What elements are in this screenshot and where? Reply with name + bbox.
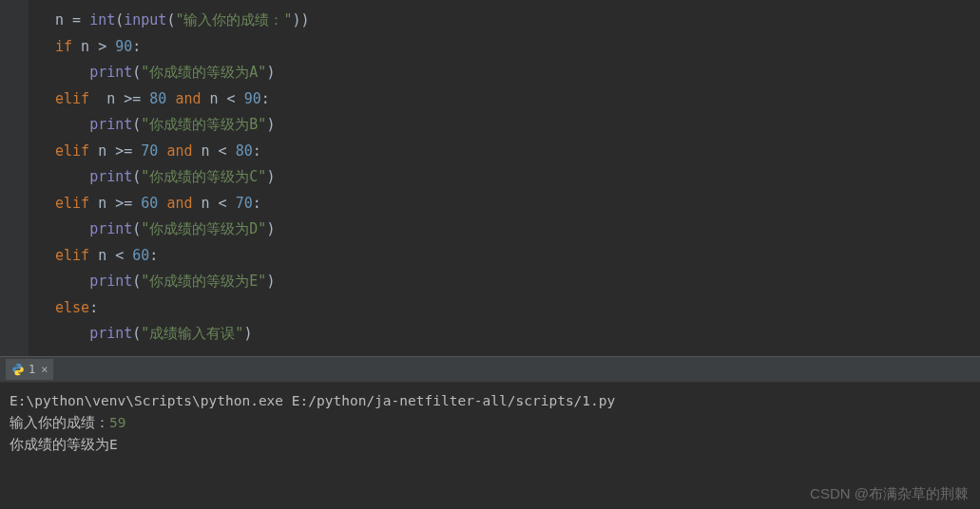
- code-line[interactable]: elif n >= 60 and n < 70:: [55, 191, 980, 217]
- console-output[interactable]: E:\python\venv\Scripts\python.exe E:/pyt…: [0, 383, 980, 463]
- code-line[interactable]: else:: [55, 295, 980, 322]
- console-result: 你成绩的等级为E: [10, 434, 970, 456]
- code-line[interactable]: print("你成绩的等级为D"): [55, 217, 980, 243]
- console-tab-label: 1: [29, 363, 35, 376]
- console-prompt-line: 输入你的成绩：59: [10, 412, 970, 434]
- code-line[interactable]: print("你成绩的等级为A"): [55, 60, 980, 86]
- code-line[interactable]: elif n >= 70 and n < 80:: [55, 139, 980, 165]
- code-line[interactable]: print("你成绩的等级为E"): [55, 269, 980, 295]
- code-line[interactable]: print("你成绩的等级为C"): [55, 164, 980, 191]
- code-editor[interactable]: n = int(input("输入你的成绩："))if n > 90: prin…: [0, 0, 980, 356]
- code-line[interactable]: n = int(input("输入你的成绩：")): [55, 8, 980, 34]
- code-line[interactable]: elif n >= 80 and n < 90:: [55, 86, 980, 113]
- close-icon[interactable]: ×: [39, 363, 48, 376]
- code-line[interactable]: print("成绩输入有误"): [55, 321, 980, 348]
- console-tabs: 1 ×: [0, 357, 980, 383]
- console-tab-active[interactable]: 1 ×: [6, 359, 53, 380]
- python-icon: [11, 363, 25, 376]
- code-line[interactable]: if n > 90:: [55, 34, 980, 61]
- code-content[interactable]: n = int(input("输入你的成绩："))if n > 90: prin…: [29, 0, 980, 356]
- run-console: 1 × E:\python\venv\Scripts\python.exe E:…: [0, 357, 980, 509]
- editor-gutter: [0, 0, 29, 356]
- code-line[interactable]: elif n < 60:: [55, 243, 980, 270]
- console-command: E:\python\venv\Scripts\python.exe E:/pyt…: [10, 390, 970, 412]
- code-line[interactable]: print("你成绩的等级为B"): [55, 112, 980, 139]
